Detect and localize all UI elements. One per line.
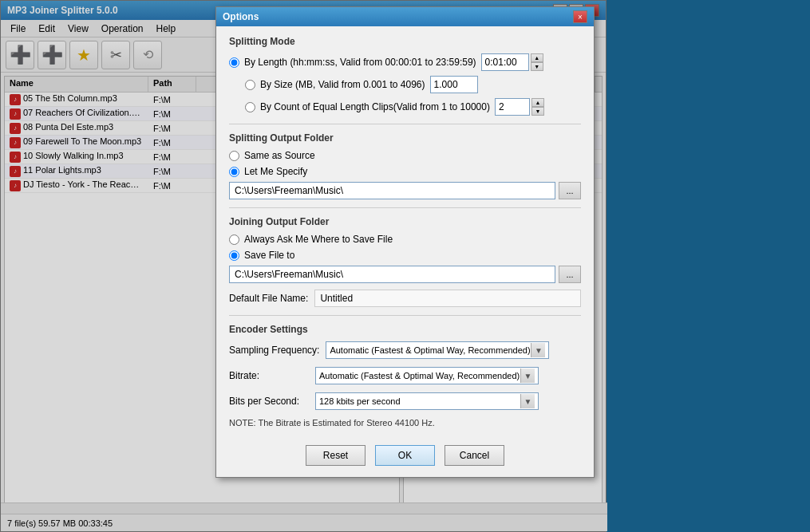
let-me-specify-label[interactable]: Let Me Specify bbox=[244, 166, 307, 177]
let-me-specify-row: Let Me Specify bbox=[229, 166, 581, 177]
cancel-button[interactable]: Cancel bbox=[445, 445, 504, 466]
dialog-body: Splitting Mode By Length (hh:mm:ss, Vali… bbox=[216, 26, 594, 437]
sampling-frequency-dropdown[interactable]: Automatic (Fastest & Optimal Way, Recomm… bbox=[326, 341, 549, 359]
by-length-spin-up[interactable]: ▲ bbox=[531, 53, 543, 62]
bits-per-second-label: Bits per Second: bbox=[229, 396, 309, 407]
save-to-row: Save File to bbox=[229, 250, 581, 261]
by-count-radio[interactable] bbox=[245, 102, 255, 112]
dialog-title: Options bbox=[223, 11, 259, 22]
by-count-spin-down[interactable]: ▼ bbox=[531, 107, 544, 116]
bitrate-label: Bitrate: bbox=[229, 370, 309, 381]
sampling-frequency-label: Sampling Frequency: bbox=[229, 345, 319, 356]
encoder-settings-title: Encoder Settings bbox=[229, 324, 581, 335]
same-as-source-radio[interactable] bbox=[229, 151, 239, 161]
bitrate-dropdown[interactable]: Automatic (Fastest & Optimal Way, Recomm… bbox=[315, 367, 539, 384]
bits-per-second-row: Bits per Second: 128 kbits per second ▼ bbox=[229, 392, 581, 410]
let-me-specify-radio[interactable] bbox=[229, 167, 239, 177]
default-file-name-label: Default File Name: bbox=[229, 293, 308, 304]
bits-per-second-value: 128 kbits per second bbox=[319, 396, 520, 406]
by-length-label[interactable]: By Length (hh:mm:ss, Valid from 00:00:01… bbox=[244, 57, 476, 68]
by-size-input[interactable] bbox=[430, 76, 478, 93]
bitrate-row: Bitrate: Automatic (Fastest & Optimal Wa… bbox=[229, 367, 581, 384]
by-count-spin-buttons: ▲ ▼ bbox=[531, 98, 544, 116]
by-length-input[interactable] bbox=[481, 53, 529, 71]
joining-path-input[interactable] bbox=[229, 266, 555, 283]
by-count-spin-container: ▲ ▼ bbox=[495, 98, 544, 116]
same-as-source-row: Same as Source bbox=[229, 150, 581, 161]
by-length-radio[interactable] bbox=[229, 57, 239, 68]
save-to-label[interactable]: Save File to bbox=[244, 250, 294, 261]
by-size-radio[interactable] bbox=[245, 80, 255, 90]
by-count-row: By Count of Equal Length Clips(Valid fro… bbox=[229, 98, 581, 116]
bits-per-second-dropdown[interactable]: 128 kbits per second ▼ bbox=[315, 392, 539, 410]
default-file-name-value bbox=[314, 290, 581, 307]
always-ask-row: Always Ask Me Where to Save File bbox=[229, 234, 581, 245]
joining-path-row: ... bbox=[229, 266, 581, 283]
splitting-mode-title: Splitting Mode bbox=[229, 36, 581, 47]
same-as-source-label[interactable]: Same as Source bbox=[244, 150, 315, 161]
sampling-frequency-value: Automatic (Fastest & Optimal Way, Recomm… bbox=[330, 345, 531, 355]
sampling-frequency-arrow: ▼ bbox=[531, 343, 545, 357]
by-length-spin-container: ▲ ▼ bbox=[481, 53, 543, 71]
joining-browse-button[interactable]: ... bbox=[559, 266, 581, 283]
by-count-label[interactable]: By Count of Equal Length Clips(Valid fro… bbox=[260, 101, 490, 112]
bitrate-value: Automatic (Fastest & Optimal Way, Recomm… bbox=[319, 371, 520, 380]
dialog-title-bar: Options × bbox=[216, 7, 594, 26]
by-length-spin-down[interactable]: ▼ bbox=[531, 62, 543, 71]
reset-button[interactable]: Reset bbox=[306, 445, 365, 466]
always-ask-label[interactable]: Always Ask Me Where to Save File bbox=[244, 234, 393, 245]
splitting-output-title: Splitting Output Folder bbox=[229, 132, 581, 144]
by-count-spin-up[interactable]: ▲ bbox=[531, 98, 544, 107]
bitrate-arrow: ▼ bbox=[520, 368, 535, 383]
by-count-input[interactable] bbox=[495, 98, 530, 116]
encoder-note: NOTE: The Bitrate is Estimated for Stere… bbox=[229, 418, 581, 428]
ok-button[interactable]: OK bbox=[375, 445, 435, 466]
joining-output-title: Joining Output Folder bbox=[229, 216, 581, 227]
by-length-spin-buttons: ▲ ▼ bbox=[531, 53, 543, 71]
splitting-path-row: ... bbox=[229, 182, 581, 199]
default-file-name-row: Default File Name: bbox=[229, 290, 581, 307]
dialog-close-button[interactable]: × bbox=[573, 10, 587, 23]
options-dialog: Options × Splitting Mode By Length (hh:m… bbox=[215, 6, 595, 478]
always-ask-radio[interactable] bbox=[229, 234, 239, 245]
default-file-name-input[interactable] bbox=[320, 293, 575, 304]
by-length-row: By Length (hh:mm:ss, Valid from 00:00:01… bbox=[229, 53, 581, 71]
sampling-frequency-row: Sampling Frequency: Automatic (Fastest &… bbox=[229, 341, 581, 359]
by-size-label[interactable]: By Size (MB, Valid from 0.001 to 4096) bbox=[260, 79, 425, 90]
by-size-row: By Size (MB, Valid from 0.001 to 4096) bbox=[229, 76, 581, 93]
splitting-browse-button[interactable]: ... bbox=[559, 182, 581, 199]
save-to-radio[interactable] bbox=[229, 250, 239, 261]
dialog-footer: Reset OK Cancel bbox=[216, 437, 594, 477]
bits-per-second-arrow: ▼ bbox=[520, 394, 535, 408]
splitting-path-input[interactable] bbox=[229, 182, 555, 199]
dialog-overlay: Options × Splitting Mode By Length (hh:m… bbox=[0, 0, 810, 532]
